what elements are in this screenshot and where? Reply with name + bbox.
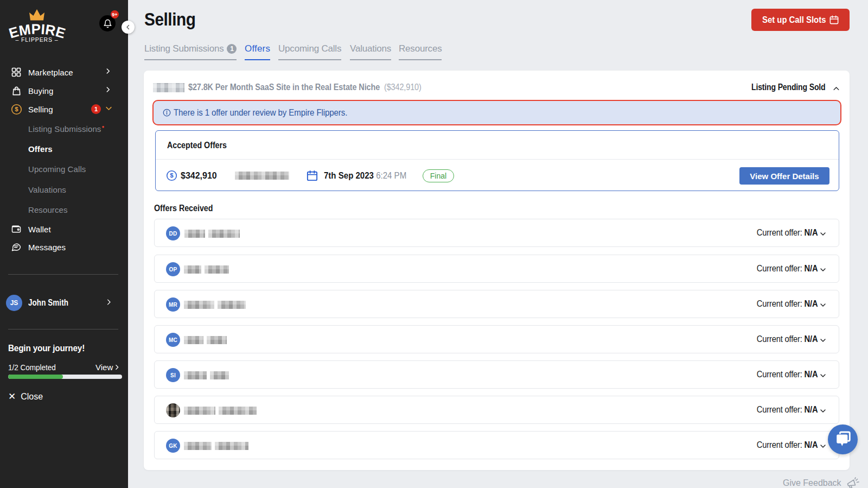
- svg-text:– FLIPPERS –: – FLIPPERS –: [15, 36, 58, 43]
- svg-text:$: $: [15, 106, 18, 112]
- svg-text:$: $: [170, 172, 174, 179]
